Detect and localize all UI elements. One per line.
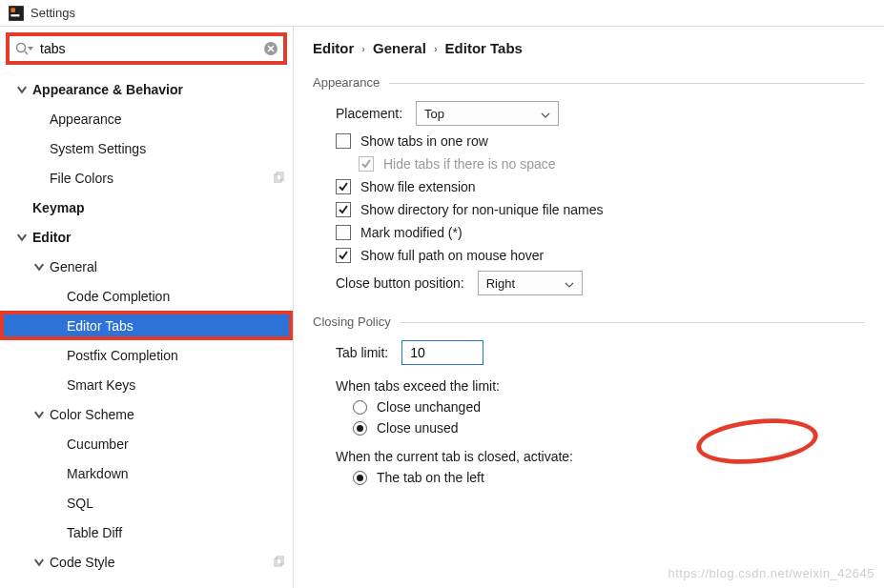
radio-close-unchanged[interactable]: Close unchanged <box>313 399 865 415</box>
tree-item-code-completion[interactable]: Code Completion <box>0 281 293 311</box>
checkbox-show-file-ext[interactable]: Show file extension <box>313 179 865 194</box>
placement-select[interactable]: Top <box>416 101 559 126</box>
breadcrumb-editor[interactable]: Editor <box>313 40 354 56</box>
search-dropdown-icon <box>27 41 34 56</box>
tree-spacer <box>50 378 63 392</box>
chevron-down-icon <box>565 278 574 288</box>
section-closing-header: Closing Policy <box>313 314 865 331</box>
tree-item-cucumber[interactable]: Cucumber <box>0 429 293 458</box>
tree-spacer <box>50 497 63 510</box>
radio-close-unused[interactable]: Close unused <box>313 420 865 436</box>
tab-limit-label: Tab limit: <box>336 345 388 360</box>
checkbox-label: Show directory for non-unique file names <box>360 202 603 217</box>
radio-label: The tab on the left <box>377 470 484 485</box>
tree-item-system-settings[interactable]: System Settings <box>0 133 293 163</box>
checkbox-icon <box>336 225 351 240</box>
section-rule <box>401 322 865 323</box>
tree-item-file-colors[interactable]: File Colors <box>0 163 293 193</box>
tree-item-label: Appearance & Behavior <box>32 82 285 97</box>
section-closing-title: Closing Policy <box>313 314 391 329</box>
checkbox-show-tabs-one-row[interactable]: Show tabs in one row <box>313 133 865 149</box>
tree-item-label: Code Style <box>50 555 268 570</box>
tree-item-label: System Settings <box>50 141 285 156</box>
tree-item-appearance-behavior[interactable]: Appearance & Behavior <box>0 74 293 104</box>
checkbox-icon <box>336 202 351 217</box>
titlebar-text: Settings <box>31 6 75 20</box>
tab-limit-row: Tab limit: <box>313 340 865 365</box>
breadcrumb-editor-tabs[interactable]: Editor Tabs <box>445 40 523 56</box>
tree-item-editor[interactable]: Editor <box>0 222 293 252</box>
tree-item-table-diff[interactable]: Table Diff <box>0 517 293 547</box>
search-wrap <box>0 27 293 69</box>
placement-label: Placement: <box>336 106 402 121</box>
chevron-down-icon <box>32 556 46 569</box>
svg-point-3 <box>17 44 26 52</box>
tree-item-postfix-completion[interactable]: Postfix Completion <box>0 340 293 370</box>
tree-item-label: SQL <box>67 496 285 511</box>
tree-item-markdown[interactable]: Markdown <box>0 458 293 488</box>
search-input[interactable] <box>34 41 263 56</box>
watermark: https://blog.csdn.net/weixin_42645 <box>668 566 874 580</box>
app-icon <box>8 5 25 22</box>
radio-icon <box>353 471 367 485</box>
chevron-down-icon <box>15 231 29 244</box>
radio-label: Close unused <box>377 420 459 436</box>
close-btn-pos-select[interactable]: Right <box>478 271 583 295</box>
placement-value: Top <box>424 107 444 121</box>
tree-item-general[interactable]: General <box>0 252 293 281</box>
tree-item-code-style[interactable]: Code Style <box>0 547 293 577</box>
placement-row: Placement: Top <box>313 101 865 126</box>
search-input-container[interactable] <box>8 34 285 63</box>
tree-item-smart-keys[interactable]: Smart Keys <box>0 370 293 399</box>
radio-icon <box>353 421 367 436</box>
tree-spacer <box>50 290 63 303</box>
svg-rect-9 <box>277 557 283 564</box>
radio-tab-on-left[interactable]: The tab on the left <box>313 470 865 485</box>
tree-spacer <box>50 467 63 480</box>
breadcrumb-sep-icon: › <box>361 43 365 54</box>
activate-label: When the current tab is closed, activate… <box>313 449 865 464</box>
tree-spacer <box>32 112 46 126</box>
tree-item-appearance[interactable]: Appearance <box>0 104 293 133</box>
tree-item-label: General <box>50 259 285 274</box>
tree-spacer <box>50 319 63 333</box>
chevron-down-icon <box>32 408 46 421</box>
checkbox-mark-modified[interactable]: Mark modified (*) <box>313 225 865 240</box>
tree-spacer <box>50 349 63 362</box>
search-clear-icon[interactable] <box>263 41 278 56</box>
tree-item-editor-tabs[interactable]: Editor Tabs <box>0 311 293 340</box>
tree-spacer <box>15 201 29 214</box>
tree-item-label: Code Completion <box>67 289 285 304</box>
tree-item-label: Postfix Completion <box>67 348 285 363</box>
breadcrumb: Editor › General › Editor Tabs <box>313 40 865 56</box>
chevron-down-icon <box>15 83 29 96</box>
checkbox-show-full-path-hover[interactable]: Show full path on mouse hover <box>313 248 865 263</box>
tree-item-label: Keymap <box>32 200 285 215</box>
tree-spacer <box>50 437 63 451</box>
tree-item-keymap[interactable]: Keymap <box>0 193 293 222</box>
checkbox-show-dir-nonunique[interactable]: Show directory for non-unique file names <box>313 202 865 217</box>
breadcrumb-general[interactable]: General <box>373 40 426 56</box>
copy-icon <box>272 172 285 185</box>
checkbox-icon <box>336 133 351 149</box>
chevron-down-icon <box>32 260 46 274</box>
checkbox-hide-tabs-no-space: Hide tabs if there is no space <box>313 156 865 172</box>
tree-spacer <box>50 526 63 539</box>
main-panel: Editor › General › Editor Tabs Appearanc… <box>294 27 884 588</box>
checkbox-icon <box>336 248 351 263</box>
checkbox-label: Show file extension <box>360 179 476 194</box>
tree-item-label: Smart Keys <box>67 377 285 393</box>
tree-item-sql[interactable]: SQL <box>0 488 293 517</box>
radio-icon <box>353 400 367 415</box>
chevron-down-icon <box>541 109 550 118</box>
checkbox-label: Mark modified (*) <box>360 225 463 240</box>
tree-item-label: Markdown <box>67 466 285 481</box>
svg-rect-7 <box>277 172 283 180</box>
section-appearance-title: Appearance <box>313 75 380 90</box>
checkbox-icon <box>359 156 374 172</box>
tab-limit-input[interactable] <box>401 340 483 365</box>
titlebar: Settings <box>0 0 884 27</box>
svg-rect-1 <box>10 8 15 12</box>
tree-item-color-scheme[interactable]: Color Scheme <box>0 399 293 429</box>
tree-item-label: Appearance <box>50 112 285 127</box>
